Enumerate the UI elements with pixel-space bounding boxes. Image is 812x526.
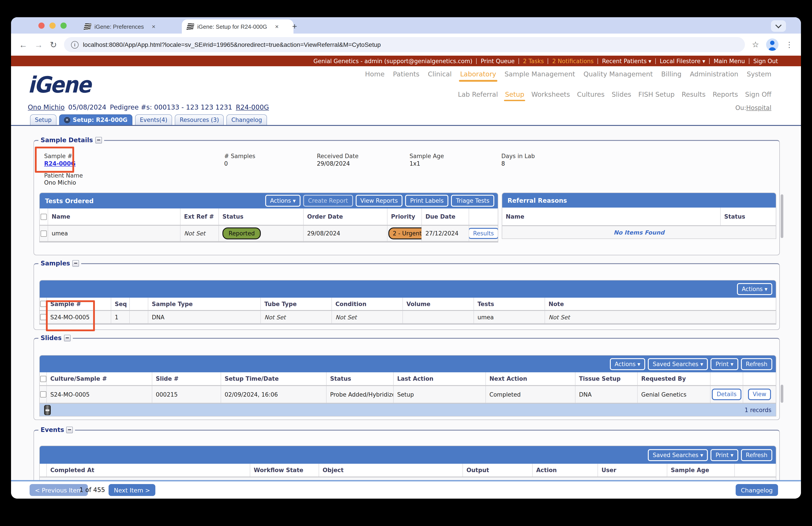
tasks-link[interactable]: 2 Tasks <box>523 58 544 64</box>
sample-number-link[interactable]: R24-000G <box>44 160 76 167</box>
igene-logo[interactable]: iGene <box>28 72 90 98</box>
column-header[interactable]: Output <box>463 464 533 477</box>
actions-button[interactable]: Actions ▾ <box>737 283 772 295</box>
column-header[interactable]: Requested By <box>638 372 710 385</box>
column-header[interactable]: Completed At <box>47 464 250 477</box>
create-report-button[interactable]: Create Report <box>303 195 353 207</box>
table-row[interactable]: umea Not Set Reported 29/08/2024 2 - Urg… <box>40 225 498 242</box>
triage-tests-button[interactable]: Triage Tests <box>451 195 494 207</box>
column-header[interactable]: Name <box>502 208 721 225</box>
column-header[interactable]: Last Action <box>394 372 486 385</box>
print-button[interactable]: Print ▾ <box>711 449 738 461</box>
scrollbar-thumb[interactable] <box>781 385 783 403</box>
view-button[interactable]: View <box>748 389 771 400</box>
collapse-icon[interactable] <box>95 137 102 143</box>
browser-tab-setup[interactable]: iGene: Setup for R24-000G × <box>182 19 293 33</box>
nav-sample-management[interactable]: Sample Management <box>505 70 575 78</box>
column-header[interactable]: Seq # <box>111 298 130 310</box>
reload-icon[interactable]: ↻ <box>50 40 57 49</box>
select-all-checkbox[interactable] <box>41 214 47 220</box>
nav-lab-referral[interactable]: Lab Referral <box>458 90 498 99</box>
column-header[interactable]: Tissue Setup <box>576 372 638 385</box>
nav-cultures[interactable]: Cultures <box>577 90 605 99</box>
collapse-toggle[interactable] <box>44 405 51 415</box>
select-all-checkbox[interactable] <box>40 301 46 307</box>
sign-out-link[interactable]: Sign Out <box>753 58 778 64</box>
column-header[interactable]: Next Action <box>486 372 576 385</box>
account-info[interactable]: Genial Genetics - admin (support@genialg… <box>314 58 473 64</box>
scrollbar-thumb[interactable] <box>781 194 783 238</box>
column-header[interactable]: Volume <box>403 298 474 310</box>
row-checkbox[interactable] <box>40 314 46 320</box>
column-header[interactable]: Priority <box>388 209 422 225</box>
details-button[interactable]: Details <box>712 389 741 400</box>
next-item-button[interactable]: Next Item > <box>108 484 155 496</box>
address-bar[interactable]: i localhost:8080/App/App.html?locale=sv_… <box>64 37 745 52</box>
row-checkbox[interactable] <box>40 391 46 397</box>
column-header[interactable]: Sample Age <box>667 464 735 477</box>
recent-patients-menu[interactable]: Recent Patients ▾ <box>602 58 651 64</box>
nav-administration[interactable]: Administration <box>690 70 739 78</box>
nav-results[interactable]: Results <box>682 90 706 99</box>
column-header[interactable]: Setup Time/Date <box>221 372 327 385</box>
ou-hospital-link[interactable]: Hospital <box>746 104 771 111</box>
view-reports-button[interactable]: View Reports <box>356 195 403 207</box>
refresh-button[interactable]: Refresh <box>741 358 772 370</box>
main-menu-link[interactable]: Main Menu <box>714 58 745 64</box>
results-button[interactable]: Results <box>469 228 498 239</box>
table-row[interactable]: S24-MO-0005 1 DNA Not Set Not Set umea N… <box>40 310 776 324</box>
close-tab-icon[interactable]: × <box>64 117 70 123</box>
close-icon[interactable]: × <box>275 24 279 30</box>
nav-quality-management[interactable]: Quality Management <box>583 70 653 78</box>
column-header[interactable]: Tube Type <box>261 298 332 310</box>
column-header[interactable]: Name <box>48 209 180 225</box>
column-header[interactable]: Status <box>721 208 776 225</box>
column-header[interactable]: Order Date <box>304 209 388 225</box>
collapse-icon[interactable] <box>66 426 73 433</box>
new-tab-button[interactable]: + <box>292 22 297 30</box>
column-header[interactable]: Ext Ref # <box>180 209 219 225</box>
table-row[interactable]: S24-MO-0005 000215 02/09/2024, 16:06 Pro… <box>40 385 776 404</box>
nav-system[interactable]: System <box>747 70 771 78</box>
bookmark-icon[interactable]: ☆ <box>752 40 759 49</box>
column-header[interactable]: User <box>598 464 667 477</box>
back-icon[interactable]: ← <box>19 40 27 49</box>
nav-reports[interactable]: Reports <box>713 90 738 99</box>
saved-searches-button[interactable]: Saved Searches ▾ <box>648 449 708 461</box>
print-button[interactable]: Print ▾ <box>711 358 738 370</box>
refresh-button[interactable]: Refresh <box>741 449 772 461</box>
column-header[interactable]: Status <box>219 209 304 225</box>
row-checkbox[interactable] <box>41 230 47 237</box>
nav-worksheets[interactable]: Worksheets <box>531 90 570 99</box>
column-header[interactable]: Workflow State <box>250 464 319 477</box>
tab-resources[interactable]: Resources (3) <box>175 114 224 125</box>
print-labels-button[interactable]: Print Labels <box>405 195 449 207</box>
column-header[interactable]: Sample # <box>47 298 111 310</box>
column-header[interactable]: Note <box>545 298 776 310</box>
print-queue-link[interactable]: Print Queue <box>481 58 515 64</box>
browser-tab-preferences[interactable]: iGene: Preferences × <box>79 19 183 33</box>
tab-setup-r24-000g[interactable]: × Setup: R24-000G <box>59 114 132 125</box>
close-window-button[interactable] <box>39 23 45 29</box>
previous-item-button[interactable]: < Previous Item <box>30 484 88 496</box>
column-header[interactable]: Status <box>327 372 394 385</box>
column-header[interactable]: Action <box>533 464 598 477</box>
column-header[interactable]: Slide # <box>152 372 221 385</box>
changelog-button[interactable]: Changelog <box>736 484 778 496</box>
collapse-icon[interactable] <box>64 335 70 341</box>
browser-menu-icon[interactable]: ⋮ <box>785 40 793 49</box>
nav-clinical[interactable]: Clinical <box>428 70 452 78</box>
column-header[interactable]: Culture/Sample # <box>47 372 152 385</box>
actions-button[interactable]: Actions ▾ <box>610 358 645 370</box>
profile-avatar[interactable] <box>766 39 779 51</box>
local-filestore-menu[interactable]: Local Filestore ▾ <box>660 58 705 64</box>
column-header[interactable]: Condition <box>332 298 403 310</box>
nav-laboratory[interactable]: Laboratory <box>460 70 496 78</box>
close-icon[interactable]: × <box>152 24 155 30</box>
column-header[interactable]: Object <box>319 464 463 477</box>
select-all-checkbox[interactable] <box>40 375 46 382</box>
tab-setup[interactable]: Setup <box>30 114 57 125</box>
tab-changelog[interactable]: Changelog <box>227 114 267 125</box>
zoom-window-button[interactable] <box>60 23 67 29</box>
nav-sign-off[interactable]: Sign Off <box>745 90 771 99</box>
